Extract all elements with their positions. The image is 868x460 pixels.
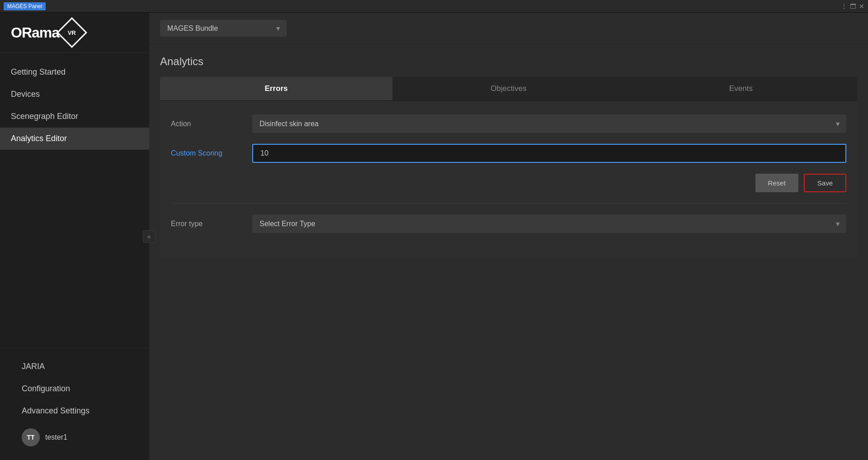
sidebar-bottom: JARIA Configuration Advanced Settings TT… (0, 348, 149, 460)
maximize-icon[interactable]: 🗖 (850, 3, 856, 10)
title-bar: MAGES Panel ⋮ 🗖 ✕ (0, 0, 868, 13)
buttons-row: Reset Save (171, 174, 846, 192)
sidebar-item-devices[interactable]: Devices (0, 83, 149, 105)
bundle-dropdown-wrapper: MAGES Bundle ▼ (160, 20, 287, 37)
logo-area: ORama VR (0, 13, 149, 53)
logo-text: ORama (11, 24, 59, 41)
action-label: Action (171, 120, 252, 128)
tab-objectives[interactable]: Objectives (392, 77, 625, 100)
tabs-container: Errors Objectives Events (160, 77, 857, 101)
logo-vr-text: VR (68, 29, 76, 36)
bundle-dropdown[interactable]: MAGES Bundle (160, 20, 287, 37)
action-row: Action Disinfect skin area ▼ (171, 114, 846, 133)
collapse-icon: « (147, 233, 151, 240)
custom-scoring-label: Custom Scoring (171, 149, 252, 157)
form-content: Action Disinfect skin area ▼ Custom Scor… (160, 101, 857, 257)
section-title: Analytics (160, 55, 857, 68)
action-select[interactable]: Disinfect skin area (252, 114, 846, 133)
sidebar-item-scenegraph-editor[interactable]: Scenegraph Editor (0, 105, 149, 128)
close-icon[interactable]: ✕ (859, 3, 864, 10)
error-type-select-wrapper: Select Error Type ▼ (252, 214, 846, 233)
error-type-label: Error type (171, 220, 252, 228)
sidebar-item-configuration[interactable]: Configuration (11, 378, 138, 400)
more-options-icon[interactable]: ⋮ (841, 3, 847, 10)
main-layout: ORama VR Getting Started Devices Scenegr… (0, 13, 868, 460)
error-type-select[interactable]: Select Error Type (252, 214, 846, 233)
error-type-row: Error type Select Error Type ▼ (171, 214, 846, 233)
sidebar: ORama VR Getting Started Devices Scenegr… (0, 13, 149, 460)
action-select-wrapper: Disinfect skin area ▼ (252, 114, 846, 133)
avatar: TT (22, 428, 40, 446)
sidebar-item-jaria[interactable]: JARIA (11, 356, 138, 378)
form-divider (171, 203, 846, 204)
reset-button[interactable]: Reset (755, 174, 798, 192)
user-area[interactable]: TT tester1 (11, 422, 138, 453)
logo-vr-badge: VR (57, 17, 87, 48)
sidebar-item-analytics-editor[interactable]: Analytics Editor (0, 128, 149, 150)
title-bar-title: MAGES Panel (4, 2, 46, 10)
sidebar-item-advanced-settings[interactable]: Advanced Settings (11, 400, 138, 422)
analytics-section: Analytics Errors Objectives Events Actio… (149, 44, 868, 460)
top-bar: MAGES Bundle ▼ (149, 13, 868, 44)
custom-scoring-row: Custom Scoring (171, 144, 846, 163)
custom-scoring-input[interactable] (252, 144, 846, 163)
sidebar-bottom-nav: JARIA Configuration Advanced Settings (11, 356, 138, 422)
sidebar-item-getting-started[interactable]: Getting Started (0, 61, 149, 83)
sidebar-collapse-button[interactable]: « (143, 230, 156, 243)
content-area: MAGES Bundle ▼ Analytics Errors Objectiv… (149, 13, 868, 460)
nav-items: Getting Started Devices Scenegraph Edito… (0, 57, 149, 348)
title-bar-controls: ⋮ 🗖 ✕ (841, 3, 864, 10)
tab-events[interactable]: Events (625, 77, 857, 100)
tab-errors[interactable]: Errors (160, 77, 392, 100)
username-label: tester1 (45, 433, 67, 441)
save-button[interactable]: Save (804, 174, 846, 192)
